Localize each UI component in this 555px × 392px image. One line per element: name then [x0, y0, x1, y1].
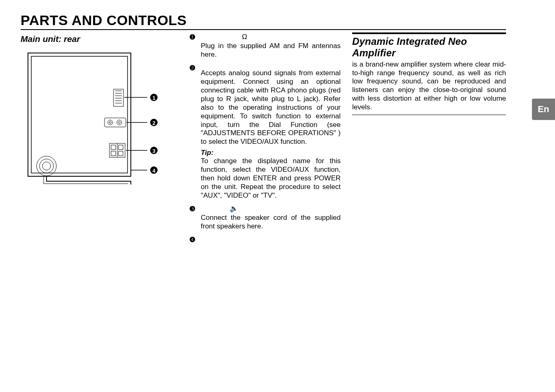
svg-text:3: 3 [152, 148, 155, 154]
entry-2-tip-text: To change the displayed name for this fu… [201, 157, 341, 199]
column-left: Main unit: rear [21, 32, 177, 248]
entry-3-desc: Connect the speaker cord of the supplied… [201, 214, 341, 231]
right-body: is a brand-new amplifier system where cl… [352, 60, 506, 111]
column-mid: ❶ Ω Plug in the supplied AM and FM anten… [188, 32, 341, 248]
right-bottom-rule [352, 115, 506, 115]
svg-rect-19 [118, 151, 123, 156]
ohm-icon: Ω [242, 33, 247, 41]
svg-text:2: 2 [152, 120, 155, 126]
svg-point-11 [109, 122, 111, 124]
svg-rect-2 [114, 89, 123, 106]
entry-1-desc: Plug in the supplied AM and FM antennas … [201, 42, 341, 59]
entry-4: ❹ [188, 235, 341, 244]
entry-3: ❸ 🔈 Connect the speaker cord of the supp… [188, 204, 341, 231]
svg-rect-1 [31, 56, 128, 173]
entry-2: ❷ Accepts analog sound signals from exte… [188, 63, 341, 200]
columns: Main unit: rear [21, 32, 506, 248]
column-right: Dynamic Integrated Neo Amplifier is a br… [352, 32, 506, 248]
entry-3-number: ❸ [188, 204, 196, 231]
right-subhead: Dynamic Integrated Neo Amplifier [352, 36, 506, 59]
entry-3-header: 🔈 [201, 204, 341, 213]
entry-2-number: ❷ [188, 63, 196, 200]
svg-text:1: 1 [152, 95, 155, 101]
svg-rect-18 [111, 151, 116, 156]
entry-1: ❶ Ω Plug in the supplied AM and FM anten… [188, 32, 341, 59]
svg-point-13 [118, 122, 121, 124]
svg-point-12 [117, 120, 122, 125]
svg-rect-17 [118, 145, 123, 150]
entry-4-number: ❹ [188, 235, 196, 244]
svg-rect-0 [28, 53, 131, 176]
svg-point-21 [39, 159, 53, 173]
entry-2-desc: Accepts analog sound signals from extern… [201, 69, 341, 146]
svg-text:4: 4 [152, 168, 156, 174]
entry-1-number: ❶ [188, 32, 196, 59]
entry-1-header: Ω [201, 32, 341, 41]
right-top-rule [352, 32, 506, 34]
page-title: PARTS AND CONTROLS [21, 12, 506, 30]
speaker-icon: 🔈 [230, 205, 238, 212]
svg-rect-16 [111, 145, 116, 150]
tip-label: Tip: [201, 149, 341, 157]
svg-point-10 [108, 120, 113, 125]
rear-panel-diagram: 1 2 3 4 [24, 49, 177, 190]
language-tab: En [532, 99, 555, 120]
entry-2-tip: To change the displayed name for this fu… [201, 157, 341, 200]
svg-point-22 [42, 162, 51, 170]
left-subhead: Main unit: rear [21, 34, 177, 44]
